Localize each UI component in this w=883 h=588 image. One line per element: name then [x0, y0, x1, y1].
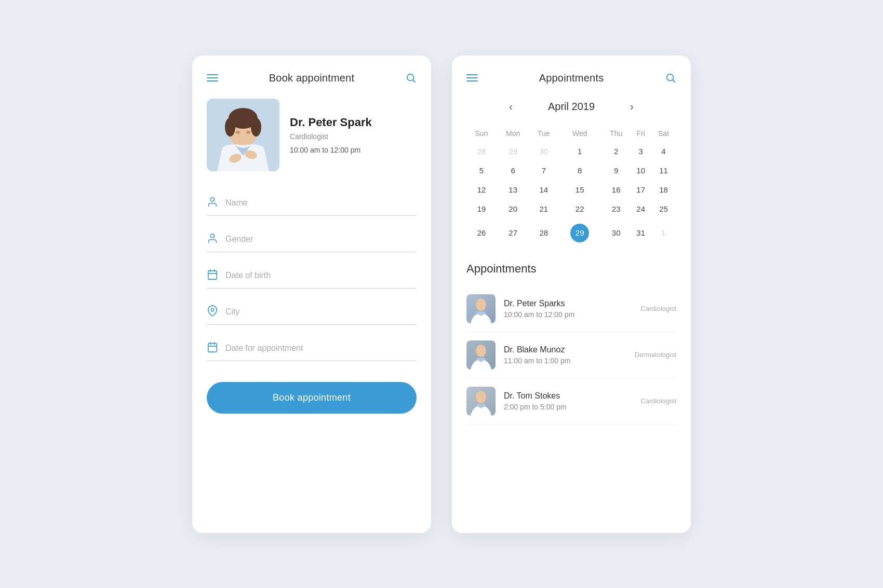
name-label: Name [225, 198, 417, 208]
right-header: Appointments [466, 72, 676, 84]
doctor-info-section: Dr. Peter Spark Cardiologist 10:00 am to… [207, 99, 417, 171]
calendar-day[interactable]: 5 [466, 161, 497, 180]
appointment-info: Dr. Blake Munoz 11:00 am to 1:00 pm [504, 345, 626, 365]
calendar-day[interactable]: 26 [466, 218, 497, 248]
doctor-details: Dr. Peter Spark Cardiologist 10:00 am to… [290, 116, 372, 154]
calendar-day[interactable]: 18 [651, 180, 676, 199]
svg-point-19 [211, 308, 214, 311]
svg-point-14 [210, 234, 214, 237]
calendar-day[interactable]: 9 [601, 161, 631, 180]
calendar-day[interactable]: 12 [466, 180, 497, 199]
calendar-day[interactable]: 22 [558, 199, 601, 218]
calendar-day[interactable]: 24 [631, 199, 651, 218]
dob-field[interactable]: Date of birth [207, 261, 417, 289]
dob-label: Date of birth [225, 271, 417, 280]
calendar-grid: SunMonTueWedThuFriSat 282930123456789101… [466, 125, 676, 248]
calendar-day-header: Sat [651, 125, 676, 142]
book-appointment-button[interactable]: Book appointment [207, 382, 417, 414]
calendar-day[interactable]: 28 [466, 142, 497, 161]
calendar-day[interactable]: 31 [631, 218, 651, 248]
appointments-list: Dr. Peter Sparks 10:00 am to 12:00 pm Ca… [466, 286, 676, 425]
appointment-item[interactable]: Dr. Peter Sparks 10:00 am to 12:00 pm Ca… [466, 286, 676, 332]
calendar-day-header: Thu [601, 125, 631, 142]
calendar-appt-icon [207, 341, 218, 355]
svg-point-10 [246, 131, 250, 134]
svg-point-9 [236, 131, 240, 134]
date-appointment-label: Date for appointment [225, 344, 417, 353]
appointment-photo [466, 387, 496, 416]
calendar-day[interactable]: 3 [631, 142, 651, 161]
person-icon [207, 196, 218, 210]
svg-rect-15 [208, 270, 217, 279]
svg-point-26 [476, 298, 486, 311]
calendar-day[interactable]: 14 [529, 180, 558, 199]
calendar-day-header: Mon [497, 125, 529, 142]
calendar-day-header: Sun [466, 125, 497, 142]
calendar-day[interactable]: 13 [497, 180, 529, 199]
city-label: City [225, 307, 417, 317]
left-header: Book appointment [207, 72, 417, 84]
appointment-specialty: Dermatologist [635, 351, 676, 359]
doctor-specialty: Cardiologist [290, 132, 372, 141]
calendar-day[interactable]: 11 [651, 161, 676, 180]
gender-field[interactable]: Gender [207, 224, 417, 252]
calendar-day[interactable]: 2 [601, 142, 631, 161]
left-menu-icon[interactable] [207, 74, 218, 81]
right-search-button[interactable] [665, 72, 676, 84]
appointment-specialty: Cardiologist [640, 397, 676, 405]
calendar-day[interactable]: 16 [601, 180, 631, 199]
calendar-day[interactable]: 8 [558, 161, 601, 180]
doctor-time: 10:00 am to 12:00 pm [290, 146, 372, 154]
calendar-day[interactable]: 20 [497, 199, 529, 218]
calendar-day[interactable]: 21 [529, 199, 558, 218]
appointment-item[interactable]: Dr. Blake Munoz 11:00 am to 1:00 pm Derm… [466, 332, 676, 378]
left-search-button[interactable] [405, 72, 417, 84]
svg-point-28 [476, 391, 486, 403]
calendar-day[interactable]: 30 [601, 218, 631, 248]
appointment-doctor-name: Dr. Peter Sparks [504, 299, 632, 308]
appointment-time: 2:00 pm to 5:00 pm [504, 403, 632, 411]
location-pin-icon [207, 305, 218, 319]
calendar-day[interactable]: 4 [651, 142, 676, 161]
calendar-day[interactable]: 27 [497, 218, 529, 248]
calendar-day[interactable]: 29 [558, 218, 601, 248]
appointments-card: Appointments ‹ April 2019 › SunMonTueWed… [452, 56, 691, 533]
calendar-day[interactable]: 17 [631, 180, 651, 199]
doctor-name: Dr. Peter Spark [290, 116, 372, 129]
calendar-day[interactable]: 1 [651, 218, 676, 248]
svg-line-1 [413, 80, 415, 82]
right-menu-icon[interactable] [466, 74, 478, 81]
appointment-specialty: Cardiologist [640, 305, 676, 312]
book-appointment-card: Book appointment [192, 56, 431, 533]
gender-label: Gender [225, 235, 417, 244]
svg-rect-20 [208, 343, 217, 352]
calendar-day[interactable]: 10 [631, 161, 651, 180]
calendar-day[interactable]: 30 [529, 142, 558, 161]
search-icon-right [665, 72, 676, 84]
appointment-time: 10:00 am to 12:00 pm [504, 310, 632, 319]
date-appointment-field[interactable]: Date for appointment [207, 333, 417, 361]
calendar-day[interactable]: 15 [558, 180, 601, 199]
name-field[interactable]: Name [207, 188, 417, 216]
svg-point-0 [407, 74, 414, 81]
appointment-time: 11:00 am to 1:00 pm [504, 357, 626, 365]
calendar-day[interactable]: 23 [601, 199, 631, 218]
calendar-month: April 2019 [548, 101, 595, 113]
next-month-button[interactable]: › [626, 99, 638, 115]
city-field[interactable]: City [207, 297, 417, 325]
calendar-day[interactable]: 19 [466, 199, 497, 218]
selected-day[interactable]: 29 [570, 224, 589, 242]
calendar-day[interactable]: 25 [651, 199, 676, 218]
calendar-day[interactable]: 29 [497, 142, 529, 161]
calendar-day[interactable]: 1 [558, 142, 601, 161]
search-icon [405, 72, 417, 84]
calendar-day[interactable]: 28 [529, 218, 558, 248]
calendar-day[interactable]: 7 [529, 161, 558, 180]
calendar-day[interactable]: 6 [497, 161, 529, 180]
svg-point-7 [225, 118, 235, 136]
appointment-item[interactable]: Dr. Tom Stokes 2:00 pm to 5:00 pm Cardio… [466, 378, 676, 425]
calendar-day-header: Wed [558, 125, 601, 142]
svg-line-25 [673, 80, 675, 82]
prev-month-button[interactable]: ‹ [505, 99, 517, 115]
calendar-dob-icon [207, 269, 218, 283]
